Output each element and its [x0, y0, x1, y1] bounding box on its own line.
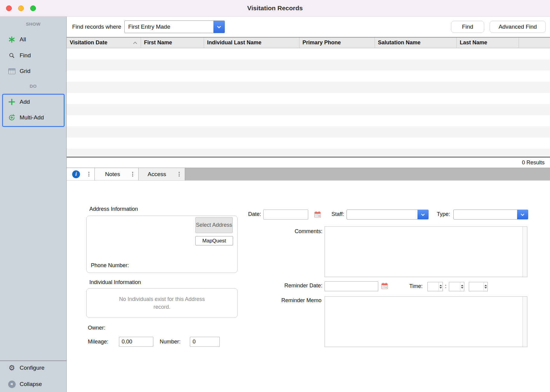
sidebar-item-label: Add [20, 99, 30, 105]
record-list-empty [67, 48, 550, 157]
sidebar-item-multi-add[interactable]: Multi-Add [0, 111, 66, 124]
minimize-button[interactable] [18, 5, 24, 11]
column-header-visitation-date[interactable]: Visitation Date [67, 37, 141, 48]
tab-info[interactable]: i [67, 168, 95, 180]
mileage-label: Mileage: [88, 339, 108, 345]
chevron-down-icon[interactable] [517, 210, 528, 219]
sidebar-section-do: DO [0, 84, 66, 89]
type-select[interactable] [453, 210, 528, 220]
app-window: Visitation Records SHOW All Find [0, 0, 550, 392]
column-header-last-name[interactable]: Last Name [457, 37, 519, 48]
date-input[interactable] [263, 210, 308, 220]
number-label: Number: [160, 339, 181, 345]
scrollbar-track[interactable] [523, 227, 527, 277]
individual-info-box: No Individuals exist for this Address re… [86, 288, 238, 318]
find-where-value: First Entry Made [125, 21, 225, 33]
close-button[interactable] [6, 5, 12, 11]
grid-icon [8, 67, 16, 75]
mileage-input[interactable] [119, 337, 153, 347]
calendar-icon[interactable] [381, 282, 389, 291]
asterisk-icon [8, 36, 16, 43]
reminder-memo-textarea[interactable] [325, 296, 527, 347]
find-where-label: Find records where [72, 24, 121, 30]
tab-strip: i Notes Access [67, 168, 550, 181]
column-header-individual-last-name[interactable]: Individual Last Name [204, 37, 299, 48]
date-label: Date: [231, 211, 261, 217]
reminder-date-input[interactable] [325, 281, 378, 291]
info-icon: i [72, 170, 80, 178]
tab-menu-icon[interactable] [178, 171, 181, 178]
find-button[interactable]: Find [451, 21, 484, 33]
zoom-button[interactable] [30, 5, 36, 11]
find-bar: Find records where First Entry Made Find… [67, 17, 550, 37]
sidebar-item-label: Multi-Add [20, 114, 44, 121]
window-controls [6, 0, 36, 16]
table-header: Visitation Date First Name Individual La… [67, 37, 550, 48]
comments-label: Comments: [277, 228, 322, 235]
staff-select[interactable] [347, 210, 429, 220]
owner-label: Owner: [88, 325, 105, 331]
detail-form: Address Information Select Address MapQu… [67, 181, 550, 392]
results-bar: 0 Results [67, 157, 550, 168]
advanced-find-button[interactable]: Advanced Find [490, 21, 546, 33]
comments-textarea[interactable] [325, 226, 527, 277]
tab-strip-filler [185, 168, 550, 180]
column-header-primary-phone[interactable]: Primary Phone [299, 37, 375, 48]
reminder-date-label: Reminder Date: [262, 283, 322, 289]
chevron-down-icon[interactable] [213, 21, 225, 33]
column-header-first-name[interactable]: First Name [141, 37, 204, 48]
scrollbar-track[interactable] [523, 297, 527, 347]
tab-notes[interactable]: Notes [95, 168, 139, 180]
results-count: 0 Results [522, 160, 545, 166]
no-individuals-message: No Individuals exist for this Address re… [115, 295, 209, 311]
sidebar-divider [0, 361, 66, 361]
time-separator: : [445, 283, 446, 289]
sidebar-item-label: Grid [20, 68, 30, 74]
individual-section-label: Individual Information [89, 279, 141, 286]
plus-icon [8, 98, 16, 106]
select-address-button[interactable]: Select Address [195, 217, 233, 233]
multi-add-icon [8, 114, 16, 122]
column-header-empty [519, 37, 550, 48]
sidebar-item-grid[interactable]: Grid [0, 65, 66, 78]
collapse-icon: « [8, 380, 16, 388]
title-bar: Visitation Records [0, 0, 550, 17]
sidebar-item-all[interactable]: All [0, 33, 66, 46]
search-icon [8, 52, 16, 59]
sidebar-item-label: All [20, 36, 26, 43]
sort-asc-icon [133, 42, 137, 46]
sidebar-section-show: SHOW [0, 21, 66, 27]
type-label: Type: [420, 211, 450, 217]
tab-menu-icon[interactable] [131, 171, 134, 178]
sidebar-item-label: Find [20, 52, 31, 59]
find-where-select[interactable]: First Entry Made [124, 21, 225, 33]
address-section-label: Address Information [89, 206, 138, 212]
mapquest-button[interactable]: MapQuest [195, 236, 233, 245]
reminder-memo-label: Reminder Memo [261, 297, 321, 304]
time-ampm-spinner[interactable] [469, 282, 488, 291]
sidebar-item-find[interactable]: Find [0, 49, 66, 62]
stepper-arrows-icon[interactable] [460, 282, 464, 291]
sidebar-item-configure[interactable]: ⚙ Configure [0, 361, 66, 375]
sidebar: SHOW All Find Grid DO [0, 17, 67, 392]
sidebar-item-add[interactable]: Add [0, 95, 66, 109]
time-label: Time: [392, 283, 423, 289]
tab-menu-icon[interactable] [88, 171, 90, 178]
tab-access[interactable]: Access [139, 168, 185, 180]
stepper-arrows-icon[interactable] [484, 282, 488, 291]
window-title: Visitation Records [247, 5, 303, 12]
time-minute-spinner[interactable] [449, 282, 464, 291]
number-input[interactable] [190, 337, 220, 347]
staff-label: Staff: [314, 211, 344, 217]
sidebar-item-label: Collapse [20, 381, 42, 387]
stepper-arrows-icon[interactable] [439, 282, 443, 291]
sidebar-item-collapse[interactable]: « Collapse [0, 378, 66, 391]
sidebar-item-label: Configure [20, 365, 44, 371]
phone-number-label: Phone Number: [91, 262, 129, 269]
column-header-salutation-name[interactable]: Salutation Name [375, 37, 457, 48]
gear-icon: ⚙ [8, 364, 16, 372]
time-hour-spinner[interactable] [427, 282, 443, 291]
